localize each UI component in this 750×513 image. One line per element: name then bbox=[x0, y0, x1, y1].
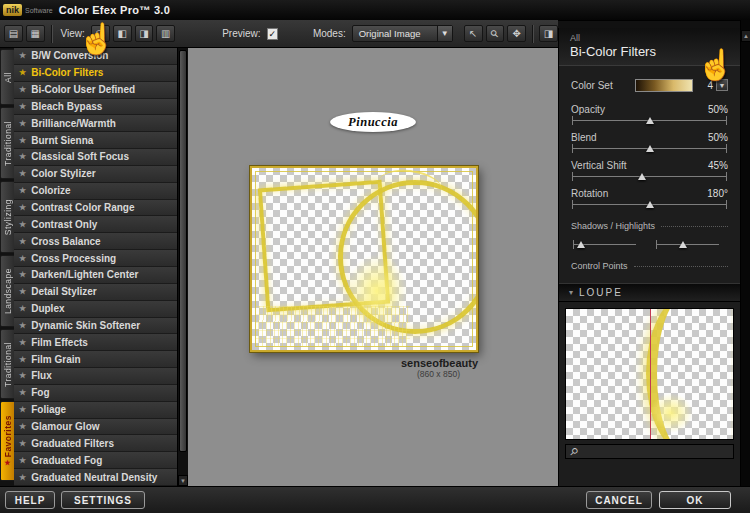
slider-marker[interactable] bbox=[679, 241, 687, 248]
filter-item[interactable]: ★Burnt Sienna bbox=[14, 132, 177, 149]
slider-marker[interactable] bbox=[638, 173, 646, 180]
filter-item[interactable]: ★Color Stylizer bbox=[14, 166, 177, 183]
filter-item[interactable]: ★Glamour Glow bbox=[14, 419, 177, 436]
shadows-slider[interactable] bbox=[573, 240, 636, 249]
shadows-highlights-section: Shadows / Highlights bbox=[571, 221, 728, 231]
chevron-down-icon[interactable]: ▼ bbox=[437, 26, 452, 41]
slider-controls: Opacity50%Blend50%Vertical Shift45%Rotat… bbox=[571, 104, 728, 209]
tab-traditional[interactable]: Traditional bbox=[0, 107, 14, 179]
filter-item[interactable]: ★Classical Soft Focus bbox=[14, 149, 177, 166]
slider-marker[interactable] bbox=[646, 145, 654, 152]
filter-list: ★B/W Conversion★Bi-Color Filters★Bi-Colo… bbox=[14, 48, 178, 486]
thumbnail-view-icon[interactable]: ▦ bbox=[26, 25, 45, 42]
compare-view-icon[interactable]: ◨ bbox=[135, 25, 154, 42]
highlights-slider[interactable] bbox=[656, 240, 719, 249]
pin-icon[interactable]: ⚲ bbox=[568, 445, 580, 457]
filter-label: Flux bbox=[31, 370, 52, 381]
filter-item[interactable]: ★Cross Processing bbox=[14, 250, 177, 267]
filter-item[interactable]: ★Bi-Color Filters bbox=[14, 65, 177, 82]
nik-logo-subtext: Software bbox=[25, 7, 53, 14]
modes-dropdown-value: Original Image bbox=[353, 28, 437, 39]
tab-favorites[interactable]: Favorites★ bbox=[0, 401, 14, 481]
control-value: 50% bbox=[708, 104, 728, 115]
filter-item[interactable]: ★Cross Balance bbox=[14, 233, 177, 250]
ok-button[interactable]: OK bbox=[659, 491, 731, 509]
control-value: 45% bbox=[708, 160, 728, 171]
slider-track[interactable] bbox=[572, 116, 727, 125]
help-button[interactable]: HELP bbox=[5, 491, 55, 509]
filter-item[interactable]: ★Film Grain bbox=[14, 351, 177, 368]
filter-item[interactable]: ★Bleach Bypass bbox=[14, 99, 177, 116]
slider-marker[interactable] bbox=[646, 201, 654, 208]
filter-item[interactable]: ★Contrast Color Range bbox=[14, 200, 177, 217]
filter-label: Fog bbox=[31, 387, 49, 398]
filter-item[interactable]: ★Graduated Fog bbox=[14, 452, 177, 469]
tab-label: Favorites bbox=[3, 415, 13, 457]
color-set-label: Color Set bbox=[571, 80, 613, 91]
filter-item[interactable]: ★Graduated Filters bbox=[14, 435, 177, 452]
control-value: 50% bbox=[708, 132, 728, 143]
filter-item[interactable]: ★Flux bbox=[14, 368, 177, 385]
tab-landscape[interactable]: Landscape bbox=[0, 255, 14, 327]
loupe-preview[interactable] bbox=[565, 308, 734, 440]
tab-traditional[interactable]: Traditional bbox=[0, 329, 14, 399]
tab-stylizing[interactable]: Stylizing bbox=[0, 181, 14, 253]
right-edge-scrollbar[interactable]: ▲ bbox=[740, 20, 750, 486]
filter-label: Cross Balance bbox=[31, 236, 100, 247]
nik-logo: nik bbox=[3, 4, 22, 16]
loupe-gold-glow bbox=[649, 393, 693, 433]
star-icon: ★ bbox=[19, 169, 26, 178]
filter-label: Detail Stylizer bbox=[31, 286, 97, 297]
scroll-down-arrow-icon[interactable]: ▼ bbox=[178, 475, 188, 486]
filter-item[interactable]: ★Duplex bbox=[14, 301, 177, 318]
slider-track[interactable] bbox=[572, 200, 727, 209]
slider-marker[interactable] bbox=[646, 117, 654, 124]
side-by-side-view-icon[interactable]: ▥ bbox=[156, 25, 175, 42]
star-icon: ★ bbox=[19, 304, 26, 313]
filter-item[interactable]: ★Film Effects bbox=[14, 334, 177, 351]
preview-label: Preview: bbox=[222, 28, 260, 39]
filter-item[interactable]: ★Fog bbox=[14, 385, 177, 402]
filter-item[interactable]: ★Brilliance/Warmth bbox=[14, 115, 177, 132]
slider-marker[interactable] bbox=[577, 241, 585, 248]
star-icon: ★ bbox=[19, 456, 26, 465]
cancel-button[interactable]: CANCEL bbox=[586, 491, 652, 509]
scroll-up-arrow-icon[interactable]: ▲ bbox=[741, 30, 750, 42]
settings-button[interactable]: SETTINGS bbox=[61, 491, 145, 509]
preview-image[interactable] bbox=[250, 166, 478, 352]
modes-dropdown[interactable]: Original Image ▼ bbox=[352, 25, 453, 42]
star-icon: ★ bbox=[19, 136, 26, 145]
slider-track[interactable] bbox=[572, 172, 727, 181]
star-icon: ★ bbox=[19, 338, 26, 347]
pan-tool-icon[interactable]: ✥ bbox=[507, 25, 526, 42]
filter-item[interactable]: ★Bi-Color User Defined bbox=[14, 82, 177, 99]
filter-label: Graduated Filters bbox=[31, 438, 114, 449]
tab-all[interactable]: All bbox=[0, 49, 14, 105]
filter-list-view-icon[interactable]: ▤ bbox=[4, 25, 23, 42]
filter-item[interactable]: ★Graduated Neutral Density bbox=[14, 469, 177, 486]
star-icon: ★ bbox=[19, 270, 26, 279]
filter-item[interactable]: ★Detail Stylizer bbox=[14, 284, 177, 301]
star-icon: ★ bbox=[19, 473, 26, 482]
slider-track[interactable] bbox=[572, 144, 727, 153]
filter-item[interactable]: ★Contrast Only bbox=[14, 216, 177, 233]
zoom-tool-icon[interactable]: ⚲ bbox=[486, 25, 505, 42]
filter-category-breadcrumb: All bbox=[570, 33, 729, 43]
color-set-swatch[interactable] bbox=[635, 79, 693, 92]
star-icon: ★ bbox=[19, 287, 26, 296]
star-icon: ★ bbox=[19, 422, 26, 431]
section-divider bbox=[661, 226, 728, 227]
filter-item[interactable]: ★Dynamic Skin Softener bbox=[14, 318, 177, 335]
split-preview-view-icon[interactable]: ◧ bbox=[113, 25, 132, 42]
control-label: Vertical Shift bbox=[571, 160, 627, 171]
pointer-tool-icon[interactable]: ↖ bbox=[464, 25, 483, 42]
loupe-header[interactable]: ▾ LOUPE bbox=[559, 283, 740, 302]
background-color-selector-icon[interactable]: ◨ bbox=[539, 25, 558, 42]
control-rotation: Rotation180° bbox=[571, 188, 728, 209]
preview-checkbox[interactable]: ✓ bbox=[267, 28, 278, 40]
filter-label: Duplex bbox=[31, 303, 64, 314]
filter-item[interactable]: ★Darken/Lighten Center bbox=[14, 267, 177, 284]
scrollbar-thumb[interactable] bbox=[179, 50, 187, 452]
filter-item[interactable]: ★Foliage bbox=[14, 402, 177, 419]
filter-item[interactable]: ★Colorize bbox=[14, 183, 177, 200]
